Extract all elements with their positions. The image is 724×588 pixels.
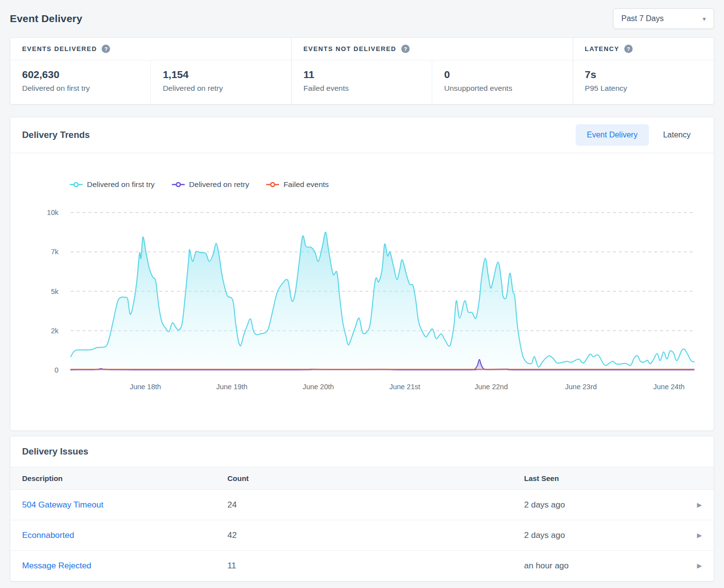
metric-value: 0 (444, 69, 560, 80)
trends-tabs: Event DeliveryLatency (576, 124, 702, 146)
trends-title: Delivery Trends (22, 130, 90, 140)
issue-last-seen: 2 days ago (512, 490, 681, 520)
stat-section-header: EVENTS NOT DELIVERED? (292, 38, 573, 60)
issue-count: 42 (216, 520, 512, 551)
stat-section-label: EVENTS DELIVERED (22, 45, 97, 53)
column-header-actions (681, 467, 714, 490)
tab-latency[interactable]: Latency (652, 124, 702, 146)
question-mark-icon[interactable]: ? (624, 45, 633, 53)
stats-summary-card: EVENTS DELIVERED?602,630Delivered on fir… (10, 37, 714, 105)
y-axis-tick-label: 10k (47, 209, 59, 216)
tab-event-delivery[interactable]: Event Delivery (576, 124, 649, 146)
page-title: Event Delivery (10, 13, 83, 25)
issue-last-seen: an hour ago (512, 551, 681, 581)
x-axis-tick-label: June 24th (653, 383, 685, 391)
metric-value: 1,154 (163, 69, 279, 80)
y-axis-tick-label: 5k (51, 288, 59, 295)
metric: 1,154Delivered on retry (151, 60, 291, 104)
issue-description-link[interactable]: 504 Gateway Timeout (22, 500, 103, 509)
stat-section-label: LATENCY (585, 45, 619, 53)
delivery-issues-card: Delivery Issues Description Count Last S… (10, 436, 714, 582)
question-mark-icon[interactable]: ? (102, 45, 110, 53)
metric-label: Failed events (304, 84, 420, 93)
y-axis-tick-label: 0 (55, 366, 58, 374)
metric-label: P95 Latency (585, 84, 702, 93)
x-axis-tick-label: June 21st (390, 383, 420, 391)
issues-header: Delivery Issues (10, 436, 714, 467)
stat-section: LATENCY?7sP95 Latency (573, 38, 714, 104)
metric: 7sP95 Latency (573, 60, 714, 104)
chevron-right-icon[interactable]: ▶ (697, 562, 702, 569)
series-area (71, 232, 694, 370)
metric-value: 11 (304, 69, 420, 80)
x-axis-tick-label: June 23rd (565, 383, 597, 391)
y-axis-tick-label: 2k (51, 327, 59, 335)
caret-down-icon: ▾ (702, 15, 706, 23)
column-header-count: Count (216, 467, 512, 490)
metric: 602,630Delivered on first try (10, 60, 151, 104)
stat-section-header: LATENCY? (573, 38, 714, 60)
metric: 11Failed events (292, 60, 432, 104)
stat-section: EVENTS DELIVERED?602,630Delivered on fir… (10, 38, 292, 104)
issues-table-header-row: Description Count Last Seen (10, 467, 714, 490)
trends-header: Delivery Trends Event DeliveryLatency (10, 117, 714, 153)
issue-count: 24 (216, 490, 512, 520)
metric-value: 7s (585, 69, 702, 80)
issue-row[interactable]: 504 Gateway Timeout242 days ago▶ (10, 490, 714, 520)
issue-row[interactable]: Message Rejected11an hour ago▶ (10, 551, 714, 581)
stat-section: EVENTS NOT DELIVERED?11Failed events0Uns… (292, 38, 573, 104)
column-header-last-seen: Last Seen (512, 467, 681, 490)
column-header-description: Description (10, 467, 216, 490)
x-axis-tick-label: June 20th (303, 383, 334, 391)
delivery-trends-card: Delivery Trends Event DeliveryLatency De… (10, 117, 714, 431)
issues-table: Description Count Last Seen 504 Gateway … (10, 467, 714, 581)
chart-canvas[interactable]: 02k5k7k10kJune 18thJune 19thJune 20thJun… (10, 153, 714, 431)
issue-description-link[interactable]: Message Rejected (22, 561, 91, 570)
metric-label: Delivered on retry (163, 84, 279, 93)
metric-label: Delivered on first try (22, 84, 139, 93)
stat-section-values: 7sP95 Latency (573, 60, 714, 104)
stat-section-label: EVENTS NOT DELIVERED (304, 45, 396, 53)
y-axis-tick-label: 7k (51, 248, 59, 256)
issue-row[interactable]: Econnaborted422 days ago▶ (10, 520, 714, 551)
date-range-value: Past 7 Days (621, 14, 664, 23)
metric: 0Unsupported events (432, 60, 572, 104)
event-delivery-page: Event Delivery Past 7 Days ▾ EVENTS DELI… (0, 0, 724, 582)
x-axis-tick-label: June 19th (216, 383, 248, 391)
stat-section-header: EVENTS DELIVERED? (10, 38, 291, 60)
page-header: Event Delivery Past 7 Days ▾ (10, 6, 714, 31)
issue-count: 11 (216, 551, 512, 581)
metric-label: Unsupported events (444, 84, 560, 93)
question-mark-icon[interactable]: ? (401, 45, 410, 53)
delivery-trends-chart: Delivered on first tryDelivered on retry… (10, 153, 714, 431)
issues-title: Delivery Issues (22, 446, 88, 457)
x-axis-tick-label: June 22nd (474, 383, 508, 391)
x-axis-tick-label: June 18th (130, 383, 161, 391)
issue-last-seen: 2 days ago (512, 520, 681, 551)
metric-value: 602,630 (22, 69, 139, 80)
issue-description-link[interactable]: Econnaborted (22, 531, 74, 540)
stat-section-values: 11Failed events0Unsupported events (292, 60, 573, 104)
chevron-right-icon[interactable]: ▶ (697, 501, 702, 508)
date-range-selector[interactable]: Past 7 Days ▾ (613, 8, 714, 29)
stat-section-values: 602,630Delivered on first try1,154Delive… (10, 60, 291, 104)
chevron-right-icon[interactable]: ▶ (697, 532, 702, 539)
